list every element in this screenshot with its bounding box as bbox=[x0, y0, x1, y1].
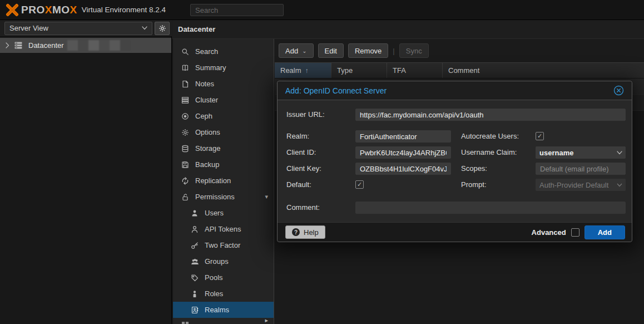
toolbar-separator: | bbox=[393, 47, 394, 55]
advanced-label: Advanced bbox=[532, 228, 566, 237]
chevron-down-icon: ⌄ bbox=[302, 48, 306, 54]
book-icon bbox=[181, 64, 190, 72]
add-dropdown-button[interactable]: Add ⌄ bbox=[279, 43, 314, 58]
menu-item-pools[interactable]: Pools bbox=[173, 269, 274, 286]
column-header-realm[interactable]: Realm ↑ bbox=[275, 63, 331, 78]
caret-down-icon[interactable]: ▾ bbox=[265, 193, 268, 200]
realms-table-header: Realm ↑ Type TFA Comment bbox=[275, 62, 644, 78]
brand-wordmark: PROXMOX bbox=[21, 4, 77, 16]
realm-input[interactable] bbox=[355, 130, 451, 143]
column-header-tfa[interactable]: TFA bbox=[387, 63, 443, 78]
comment-label: Comment: bbox=[286, 202, 320, 214]
tree-settings-button[interactable] bbox=[155, 22, 170, 35]
column-header-comment[interactable]: Comment bbox=[443, 63, 644, 78]
issuer-url-label: Issuer URL: bbox=[286, 109, 325, 121]
column-header-type[interactable]: Type bbox=[331, 63, 387, 78]
issuer-url-input[interactable] bbox=[355, 109, 626, 121]
chevron-down-icon bbox=[617, 183, 622, 187]
expander-chevron-right-icon[interactable] bbox=[6, 42, 9, 48]
dialog-title: Add: OpenID Connect Server bbox=[285, 86, 387, 95]
menu-item-groups[interactable]: Groups bbox=[173, 253, 274, 269]
server-icon bbox=[14, 41, 23, 50]
client-key-input[interactable] bbox=[355, 163, 451, 175]
menu-item-users[interactable]: Users bbox=[173, 205, 274, 221]
menu-item-options[interactable]: Options bbox=[173, 124, 274, 140]
client-id-input[interactable] bbox=[355, 146, 451, 159]
question-icon: ? bbox=[292, 228, 300, 236]
scopes-input[interactable] bbox=[536, 163, 626, 175]
user-icon bbox=[190, 209, 199, 217]
prompt-select[interactable]: Auth-Provider Default bbox=[536, 179, 626, 191]
address-book-icon bbox=[190, 306, 199, 314]
comment-input[interactable] bbox=[355, 202, 626, 214]
default-checkbox[interactable] bbox=[355, 180, 364, 189]
unlock-icon bbox=[181, 193, 190, 201]
menu-item-roles[interactable]: Roles bbox=[173, 286, 274, 302]
users-group-icon bbox=[190, 258, 199, 266]
floppy-icon bbox=[181, 161, 190, 169]
page-title: Datacenter bbox=[178, 25, 215, 33]
chevron-down-icon bbox=[142, 26, 147, 30]
view-selector[interactable]: Server View bbox=[4, 22, 152, 35]
top-bar: PROXMOX Virtual Environment 8.2.4 bbox=[0, 0, 644, 20]
sync-button[interactable]: Sync bbox=[399, 43, 429, 58]
realms-toolbar: Add ⌄ Edit Remove | Sync bbox=[275, 42, 644, 59]
global-search-input[interactable] bbox=[190, 4, 284, 16]
proxmox-logo-icon bbox=[6, 3, 19, 17]
user-outline-icon bbox=[190, 225, 199, 233]
ceph-icon bbox=[181, 112, 190, 120]
key-icon bbox=[190, 242, 199, 249]
username-claim-label: Username Claim: bbox=[461, 146, 517, 159]
caret-icon: ▸ bbox=[265, 318, 268, 324]
menu-item-two-factor[interactable]: Two Factor bbox=[173, 237, 274, 253]
dialog-title-bar[interactable]: Add: OpenID Connect Server bbox=[278, 81, 632, 100]
database-icon bbox=[181, 145, 190, 153]
note-icon bbox=[181, 80, 190, 88]
redacted-node-name bbox=[67, 40, 131, 51]
autocreate-users-label: Autocreate Users: bbox=[461, 130, 519, 143]
dialog-add-button[interactable]: Add bbox=[584, 225, 625, 239]
search-icon bbox=[181, 48, 190, 56]
version-subtitle: Virtual Environment 8.2.4 bbox=[82, 6, 166, 14]
tree-node-datacenter[interactable]: Datacenter bbox=[0, 38, 171, 53]
menu-item-cluster[interactable]: Cluster bbox=[173, 92, 274, 108]
tree-node-label: Datacenter bbox=[28, 41, 64, 50]
help-button[interactable]: ? Help bbox=[285, 225, 325, 239]
menu-item-api-tokens[interactable]: API Tokens bbox=[173, 221, 274, 237]
menu-item-partial[interactable]: ▸ bbox=[173, 318, 274, 324]
close-icon[interactable] bbox=[613, 85, 624, 96]
menu-item-notes[interactable]: Notes bbox=[173, 76, 274, 92]
chevron-down-icon bbox=[617, 151, 622, 155]
menu-item-permissions[interactable]: Permissions ▾ bbox=[173, 189, 274, 205]
view-selector-label: Server View bbox=[9, 24, 48, 32]
tag-icon bbox=[190, 274, 199, 282]
edit-button[interactable]: Edit bbox=[318, 43, 344, 58]
dialog-footer: ? Help Advanced Add bbox=[278, 222, 632, 242]
menu-item-backup[interactable]: Backup bbox=[173, 156, 274, 173]
menu-item-summary[interactable]: Summary bbox=[173, 60, 274, 76]
remove-button[interactable]: Remove bbox=[348, 43, 388, 58]
client-id-label: Client ID: bbox=[286, 146, 316, 159]
menu-item-storage[interactable]: Storage bbox=[173, 140, 274, 156]
datacenter-menu: Search Summary Notes Cluster Ceph Option… bbox=[172, 39, 274, 324]
gear-icon bbox=[158, 24, 166, 32]
person-icon bbox=[190, 290, 199, 298]
add-openid-dialog: Add: OpenID Connect Server Issuer URL: R… bbox=[277, 81, 632, 242]
prompt-label: Prompt: bbox=[461, 179, 487, 191]
tree-panel-header: Server View bbox=[0, 20, 172, 37]
menu-item-search[interactable]: Search bbox=[173, 43, 274, 60]
realm-label: Realm: bbox=[286, 130, 309, 143]
resource-tree-panel: Datacenter bbox=[0, 37, 172, 324]
autocreate-users-checkbox[interactable] bbox=[536, 132, 544, 140]
menu-item-replication[interactable]: Replication bbox=[173, 173, 274, 189]
refresh-arrows-icon bbox=[181, 177, 190, 185]
menu-item-realms[interactable]: Realms bbox=[173, 302, 274, 318]
client-key-label: Client Key: bbox=[286, 163, 321, 175]
cluster-icon bbox=[181, 96, 190, 104]
menu-item-ceph[interactable]: Ceph bbox=[173, 108, 274, 124]
content-panel-header: Datacenter bbox=[172, 20, 644, 39]
username-claim-select[interactable]: username bbox=[536, 146, 626, 159]
gear-icon bbox=[181, 129, 190, 136]
advanced-checkbox[interactable] bbox=[571, 228, 579, 237]
generic-icon bbox=[181, 321, 190, 324]
